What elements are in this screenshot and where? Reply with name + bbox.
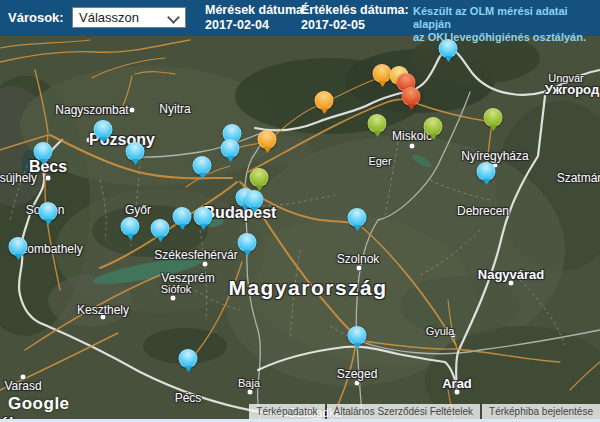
aqi-marker-cyan[interactable] xyxy=(221,139,240,158)
aqi-marker-cyan[interactable] xyxy=(126,142,145,161)
town-dot xyxy=(450,332,457,339)
aqi-marker-red[interactable] xyxy=(402,87,421,106)
measure-date-block: Mérések dátuma: 2017-02-04 xyxy=(205,3,307,33)
aqi-marker-cyan[interactable] xyxy=(477,162,496,181)
town-dot xyxy=(354,380,361,387)
aqi-marker-cyan[interactable] xyxy=(238,233,257,252)
town-dot xyxy=(20,374,27,381)
town-dot xyxy=(45,175,52,182)
eval-date-block: Értékelés dátuma: 2017-02-05 xyxy=(301,3,409,33)
aqi-marker-cyan[interactable] xyxy=(9,237,28,256)
air-quality-map-app: BécsPozsonyBudapestTemesvárZágrábMagyaro… xyxy=(0,0,600,422)
aqi-marker-cyan[interactable] xyxy=(348,208,367,227)
aqi-marker-green[interactable] xyxy=(424,117,443,136)
town-dot xyxy=(129,107,136,114)
map-canvas[interactable]: BécsPozsonyBudapestTemesvárZágrábMagyaro… xyxy=(0,36,600,419)
aqi-marker-orange[interactable] xyxy=(258,130,277,149)
aqi-marker-cyan[interactable] xyxy=(245,190,264,209)
aqi-marker-cyan[interactable] xyxy=(34,142,53,161)
aqi-marker-cyan[interactable] xyxy=(194,207,213,226)
town-dot xyxy=(100,314,107,321)
town-dot xyxy=(247,389,254,396)
city-dropdown[interactable]: Válasszon xyxy=(72,7,186,28)
map-terrain xyxy=(0,36,600,419)
aqi-marker-green[interactable] xyxy=(368,114,387,133)
cities-label: Városok: xyxy=(8,10,64,25)
aqi-marker-cyan[interactable] xyxy=(94,120,113,139)
aqi-marker-cyan[interactable] xyxy=(121,217,140,236)
aqi-marker-orange[interactable] xyxy=(315,91,334,110)
aqi-marker-green[interactable] xyxy=(250,168,269,187)
town-dot xyxy=(86,137,93,144)
data-source-note: Készült az OLM mérési adatai alapján az … xyxy=(413,5,599,44)
measure-date-value: 2017-02-04 xyxy=(205,18,307,33)
report-map-error-link[interactable]: Térképhiba bejelentése xyxy=(482,404,600,419)
measure-date-label: Mérések dátuma: xyxy=(205,3,307,18)
town-dot xyxy=(356,265,363,272)
aqi-marker-cyan[interactable] xyxy=(179,349,198,368)
aqi-marker-cyan[interactable] xyxy=(348,326,367,345)
google-logo[interactable]: Google xyxy=(8,394,70,414)
aqi-marker-cyan[interactable] xyxy=(151,219,170,238)
note-line-1: Készült az OLM mérési adatai alapján xyxy=(413,5,599,31)
map-attribution-links: Térképadatok Általános Szerződési Feltét… xyxy=(249,404,600,419)
eval-date-label: Értékelés dátuma: xyxy=(301,3,409,18)
town-dot xyxy=(508,280,515,287)
eval-date-value: 2017-02-05 xyxy=(301,18,409,33)
aqi-marker-cyan[interactable] xyxy=(39,202,58,221)
chevron-down-icon xyxy=(167,11,180,24)
header-bar: Városok: Válasszon Mérések dátuma: 2017-… xyxy=(0,0,600,36)
map-data-link[interactable]: Térképadatok xyxy=(249,404,324,419)
city-dropdown-value: Válasszon xyxy=(79,10,139,25)
aqi-marker-cyan[interactable] xyxy=(193,156,212,175)
town-dot xyxy=(202,261,209,268)
note-line-2: az OKI levegőhigiénés osztályán. xyxy=(413,31,599,44)
town-dot xyxy=(170,295,177,302)
town-dot xyxy=(409,143,416,150)
aqi-marker-cyan[interactable] xyxy=(173,207,192,226)
aqi-marker-green[interactable] xyxy=(484,108,503,127)
town-dot xyxy=(454,389,461,396)
terms-link[interactable]: Általános Szerződési Feltételek xyxy=(327,404,481,419)
